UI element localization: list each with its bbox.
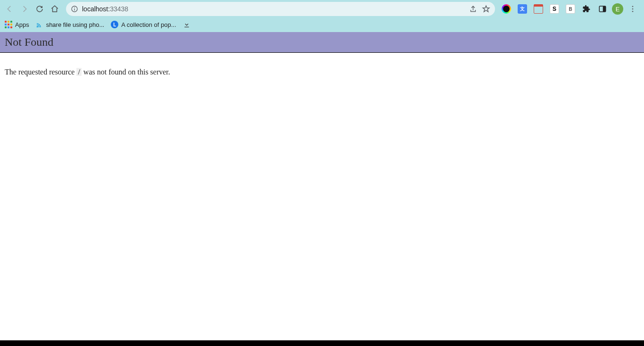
chrome-menu-button[interactable]: [626, 2, 639, 16]
letter-s-icon: S: [550, 4, 559, 14]
error-msg-after: was not found on this server.: [82, 68, 170, 76]
profile-avatar[interactable]: E: [612, 3, 623, 15]
translate-icon: 文: [518, 4, 527, 14]
back-button[interactable]: [3, 2, 16, 16]
star-icon: [482, 5, 490, 13]
share-icon: [469, 5, 477, 13]
home-icon: [50, 5, 59, 13]
download-icon: [183, 21, 190, 28]
svg-point-8: [36, 26, 37, 27]
error-body: The requested resource / was not found o…: [0, 53, 644, 91]
browser-chrome: localhost:33438 文 S B: [0, 0, 644, 32]
svg-point-5: [632, 6, 634, 7]
address-text: localhost:33438: [82, 5, 465, 13]
apps-label: Apps: [15, 21, 29, 28]
address-host: localhost:: [82, 5, 110, 13]
arrow-right-icon: [20, 5, 29, 13]
extension-b-icon[interactable]: B: [564, 2, 577, 16]
extension-opera-icon[interactable]: [500, 2, 513, 16]
info-icon: [71, 5, 78, 13]
window-bottom-strip: [0, 340, 644, 346]
reload-icon: [35, 5, 44, 13]
svg-point-1: [74, 8, 75, 8]
bookmark-item-download[interactable]: [183, 21, 190, 28]
puzzle-icon: [582, 5, 591, 13]
dots-vertical-icon: [628, 5, 637, 13]
bookmark-item-collection[interactable]: L A collection of pop...: [111, 21, 176, 28]
bookmark-label: share file using pho...: [46, 21, 105, 28]
error-message: The requested resource / was not found o…: [5, 68, 639, 76]
share-button[interactable]: [469, 5, 477, 13]
page-title: Not Found: [5, 36, 639, 49]
extension-s-icon[interactable]: S: [548, 2, 561, 16]
bookmark-button[interactable]: [482, 5, 490, 13]
letter-l-icon: L: [111, 21, 118, 28]
reload-button[interactable]: [33, 2, 46, 16]
svg-rect-4: [603, 6, 606, 12]
calendar-icon: [534, 4, 543, 14]
site-info-icon[interactable]: [71, 5, 78, 13]
bookmark-item-share-file[interactable]: share file using pho...: [36, 21, 105, 28]
apps-shortcut[interactable]: Apps: [5, 21, 29, 28]
panel-icon: [598, 5, 607, 13]
svg-point-7: [632, 11, 634, 12]
extension-calendar-icon[interactable]: [532, 2, 545, 16]
error-header: Not Found: [0, 32, 644, 53]
extensions-menu-button[interactable]: [580, 2, 593, 16]
rainbow-circle-icon: [502, 4, 511, 14]
apps-grid-icon: [5, 21, 12, 28]
address-port: 33438: [110, 5, 128, 13]
bookmark-label: A collection of pop...: [121, 21, 176, 28]
svg-rect-2: [74, 8, 74, 10]
forward-button[interactable]: [18, 2, 31, 16]
extension-google-translate-icon[interactable]: 文: [516, 2, 529, 16]
address-bar[interactable]: localhost:33438: [66, 2, 495, 16]
avatar-initial: E: [616, 6, 620, 13]
error-msg-before: The requested resource: [5, 68, 76, 76]
cast-icon: [36, 21, 43, 28]
svg-point-6: [632, 8, 634, 10]
extensions-row: 文 S B E: [500, 2, 641, 16]
side-panel-button[interactable]: [596, 2, 609, 16]
nav-toolbar: localhost:33438 文 S B: [0, 0, 644, 17]
error-path: /: [76, 68, 81, 76]
bookmarks-bar: Apps share file using pho... L A collect…: [0, 17, 644, 32]
arrow-left-icon: [5, 5, 14, 13]
letter-b-icon: B: [566, 4, 575, 14]
home-button[interactable]: [48, 2, 61, 16]
